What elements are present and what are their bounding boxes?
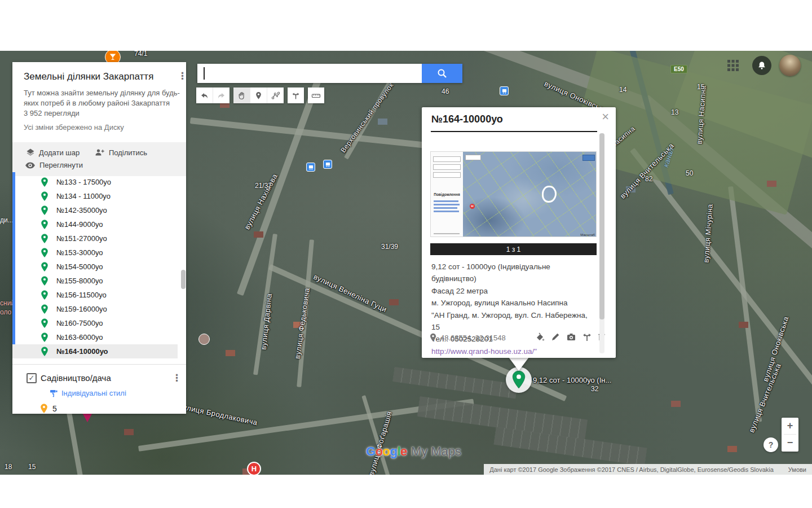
redo-button[interactable] [213,87,230,103]
terms-link[interactable]: Умови [788,466,806,473]
list-item-label: №159-16000уо [56,305,107,313]
edit-pencil-icon[interactable] [550,332,561,342]
hand-icon [237,91,246,100]
green-pin-icon [41,290,48,300]
green-pin-icon [41,304,48,314]
clipped-label: оло [0,308,11,316]
zoom-out-button[interactable]: − [782,435,798,451]
website-link[interactable]: http://www.qrand-house.uz.ua/" [431,347,537,356]
list-item[interactable]: №153-3000уо [12,246,178,260]
directions-icon[interactable] [582,332,592,342]
list-item-label: №133 - 17500уо [56,178,111,186]
close-icon[interactable]: × [602,110,609,124]
person-add-icon [95,148,105,157]
sidebar-scrollbar[interactable] [181,270,186,289]
preview-button[interactable]: Переглянути [25,161,83,169]
bus-stop-icon[interactable] [323,160,332,169]
pan-tool-button[interactable] [233,87,250,103]
layer-checkbox[interactable]: ✓ [27,373,37,383]
draw-line-tool-button[interactable] [267,87,284,103]
embed-cadastral-map: H Масштаб [463,152,597,237]
bus-glyph [308,165,314,170]
list-item-label: №164-10000уо [56,347,108,356]
map-description: Тут можна знайти земельну ділянку для бу… [24,88,180,119]
layer-title[interactable]: Садівництво/дача [41,373,111,383]
layer-menu-button[interactable]: ⋮ [172,373,182,383]
map-attribution: Дані карт ©2017 Google Зображення ©2017 … [484,464,812,475]
route-e50-badge: E50 [670,65,687,73]
list-item[interactable]: №159-16000уо [12,302,178,316]
detail-line: Фасад 22 метра [431,285,596,297]
house-number: 74/1 [134,50,147,58]
orange-pin-icon [40,404,48,414]
house-number: 32 [591,385,598,393]
directions-icon [292,91,300,100]
help-button[interactable]: ? [764,437,778,452]
map-menu-button[interactable]: ⋮ [178,71,187,81]
embed-text-line [434,207,457,209]
green-pin-icon [41,262,48,272]
green-pin-icon [511,370,526,389]
individual-styles-link[interactable]: Індивідуальні стилі [50,389,126,397]
green-pin-icon [41,191,48,202]
small-poi-icon[interactable] [198,334,210,345]
list-item[interactable]: №144-9000уо [12,217,178,231]
search-button[interactable] [422,64,462,83]
embed-form-field [433,164,461,170]
list-item-selected[interactable]: №164-10000уо [12,344,178,358]
list-item-label: №163-6000уо [56,333,103,341]
street-label: вулиця Федьковича [293,287,311,360]
list-item-label: №153-3000уо [56,248,103,257]
bottom-white-band [0,475,812,508]
list-item-label: №134 - 11000уо [56,192,111,200]
marker-icon [255,91,262,100]
redo-icon [217,91,226,100]
coordinates-row: 48.63554, 22.31548 [430,333,506,342]
green-pin-icon [41,318,48,329]
zoom-in-button[interactable]: + [782,418,798,434]
list-item-label: №155-8000уо [56,277,103,285]
user-avatar[interactable] [779,55,801,76]
house-number: 82 [645,175,652,183]
popup-photo[interactable]: Повідомлення H Масштаб [430,151,597,237]
apps-grid-icon[interactable] [726,59,740,72]
bus-stop-icon[interactable] [306,163,315,172]
measure-tool-button[interactable] [308,87,324,103]
popup-scrollbar[interactable] [599,133,604,319]
add-marker-tool-button[interactable] [250,87,267,103]
embed-text-line [434,204,460,205]
individual-styles-label: Індивідуальні стилі [61,389,126,397]
logo-letter: e [400,444,407,458]
list-item[interactable]: №155-8000уо [12,274,178,288]
camera-icon[interactable] [566,332,576,342]
list-item[interactable]: №156-11500уо [12,288,178,302]
hospital-poi-icon[interactable]: H [247,462,261,476]
list-item[interactable]: №154-5000уо [12,260,178,274]
list-item[interactable]: №134 - 11000уо [12,189,178,203]
paint-roller-icon [50,389,58,397]
cocktail-glyph [109,54,116,60]
search-input[interactable] [197,64,422,83]
search-bar [197,64,462,83]
style-bucket-icon[interactable] [535,332,545,342]
list-item-label: №160-7500уо [56,319,103,327]
green-pin-icon [41,276,48,286]
green-pin-icon [41,234,48,244]
add-layer-button[interactable]: Додати шар [26,148,80,157]
notifications-button[interactable] [752,56,771,75]
undo-button[interactable] [196,87,213,103]
bus-stop-icon[interactable] [500,86,509,95]
placemark-popup: №164-10000уо × Повідомлення H Масштаб 1 … [422,107,616,358]
share-button[interactable]: Поділитись [95,148,147,157]
directions-tool-button[interactable] [288,87,304,103]
list-item[interactable]: №151-27000уо [12,231,178,246]
list-item[interactable]: №160-7500уо [12,316,178,330]
list-item[interactable]: №142-35000уо [12,203,178,217]
list-item[interactable]: №133 - 17500уо [12,175,178,189]
logo-letter: G [366,444,376,458]
layer-count-row[interactable]: 5 [40,404,57,414]
views-count: 3 952 перегляди [24,108,180,119]
detail-line: "АН Гранд, м. Ужгород, вул. Сл. Набережн… [431,309,596,334]
house-number: 46 [442,87,449,95]
list-item[interactable]: №163-6000уо [12,330,178,344]
